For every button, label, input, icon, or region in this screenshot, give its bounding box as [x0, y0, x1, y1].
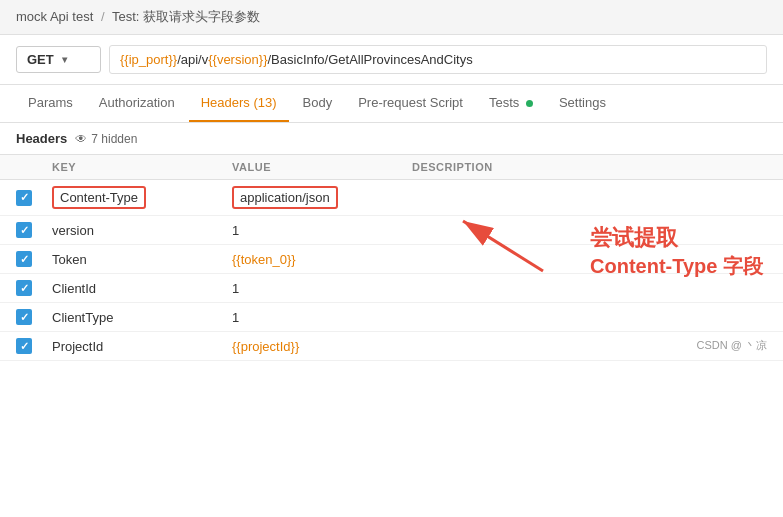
tab-settings[interactable]: Settings [547, 85, 618, 122]
row-5-checkbox[interactable] [16, 338, 52, 354]
row-0-key: Content-Type [52, 186, 232, 209]
eye-icon: 👁 [75, 132, 87, 146]
row-5-value: {{projectId}} [232, 339, 412, 354]
table-row: ProjectId {{projectId}} [0, 332, 783, 361]
tabs-bar: Params Authorization Headers (13) Body P… [0, 85, 783, 123]
row-1-key: version [52, 223, 232, 238]
tests-dot-icon [526, 100, 533, 107]
checkbox-0[interactable] [16, 190, 32, 206]
row-3-value: 1 [232, 281, 412, 296]
row-2-checkbox[interactable] [16, 251, 52, 267]
tab-prerequest[interactable]: Pre-request Script [346, 85, 475, 122]
col-header-value: VALUE [232, 161, 412, 173]
table-row: Token {{token_0}} [0, 245, 783, 274]
headers-label: Headers [16, 131, 67, 146]
tab-headers-label: Headers (13) [201, 95, 277, 110]
tab-params[interactable]: Params [16, 85, 85, 122]
table-row: ClientType 1 [0, 303, 783, 332]
row-5-key: ProjectId [52, 339, 232, 354]
hidden-count-label: 7 hidden [91, 132, 137, 146]
url-template-version: {{version}} [208, 52, 267, 67]
row-0-checkbox[interactable] [16, 190, 52, 206]
checkbox-3[interactable] [16, 280, 32, 296]
row-2-key: Token [52, 252, 232, 267]
tab-headers[interactable]: Headers (13) [189, 85, 289, 122]
url-template-ip: {{ip_port}} [120, 52, 177, 67]
table-header: KEY VALUE DESCRIPTION [0, 155, 783, 180]
tab-authorization-label: Authorization [99, 95, 175, 110]
url-bar: GET ▾ {{ip_port}}/api/v{{version}}/Basic… [0, 35, 783, 85]
red-arrow-icon [453, 211, 553, 281]
breadcrumb-current: Test: 获取请求头字段参数 [112, 9, 260, 24]
col-header-key: KEY [52, 161, 232, 173]
tab-body-label: Body [303, 95, 333, 110]
tab-body[interactable]: Body [291, 85, 345, 122]
checkbox-2[interactable] [16, 251, 32, 267]
row-0-value-text: application/json [232, 186, 338, 209]
tab-settings-label: Settings [559, 95, 606, 110]
url-display[interactable]: {{ip_port}}/api/v{{version}}/BasicInfo/G… [109, 45, 767, 74]
checkbox-4[interactable] [16, 309, 32, 325]
breadcrumb-parent[interactable]: mock Api test [16, 9, 93, 24]
row-0-value: application/json [232, 186, 412, 209]
col-header-desc: DESCRIPTION [412, 161, 767, 173]
main-content: Headers 👁 7 hidden KEY VALUE DESCRIPTION… [0, 123, 783, 361]
row-1-value: 1 [232, 223, 412, 238]
row-4-key: ClientType [52, 310, 232, 325]
table-row: version 1 [0, 216, 783, 245]
col-header-check [16, 161, 52, 173]
table-row: Content-Type application/json [0, 180, 783, 216]
row-4-value: 1 [232, 310, 412, 325]
method-select[interactable]: GET ▾ [16, 46, 101, 73]
chevron-down-icon: ▾ [62, 54, 67, 65]
row-2-value: {{token_0}} [232, 252, 412, 267]
row-3-checkbox[interactable] [16, 280, 52, 296]
url-plain-1: /api/v [177, 52, 208, 67]
row-0-key-value: Content-Type [52, 186, 146, 209]
svg-line-1 [463, 221, 543, 271]
table-row: ClientId 1 [0, 274, 783, 303]
headers-sub-bar: Headers 👁 7 hidden [0, 123, 783, 155]
hidden-count: 👁 7 hidden [75, 132, 137, 146]
breadcrumb-bar: mock Api test / Test: 获取请求头字段参数 [0, 0, 783, 35]
checkbox-5[interactable] [16, 338, 32, 354]
row-4-checkbox[interactable] [16, 309, 52, 325]
watermark: CSDN @ 丶凉 [697, 338, 767, 353]
method-label: GET [27, 52, 54, 67]
url-plain-2: /BasicInfo/GetAllProvincesAndCitys [267, 52, 472, 67]
row-1-checkbox[interactable] [16, 222, 52, 238]
tab-tests-label: Tests [489, 95, 519, 110]
tab-params-label: Params [28, 95, 73, 110]
breadcrumb-separator: / [101, 9, 105, 24]
tab-tests[interactable]: Tests [477, 85, 545, 122]
tab-prerequest-label: Pre-request Script [358, 95, 463, 110]
tab-authorization[interactable]: Authorization [87, 85, 187, 122]
checkbox-1[interactable] [16, 222, 32, 238]
row-3-key: ClientId [52, 281, 232, 296]
